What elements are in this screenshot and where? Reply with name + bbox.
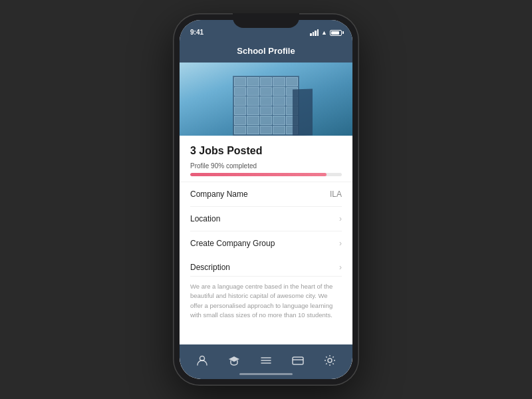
company-name-label: Company Name [190,190,248,199]
phone-screen: 9:41 ▲ School Profile [180,20,352,379]
svg-rect-5 [293,357,303,364]
building-graphic [219,69,313,136]
signal-icon [310,29,319,36]
menu-icon [260,354,272,370]
battery-icon [330,30,342,36]
status-icons: ▲ [310,29,342,36]
progress-bar [190,173,342,176]
description-text: We are a language centre based in the he… [190,277,342,320]
list-item-location[interactable]: Location › [190,207,342,231]
scroll-area[interactable]: 3 Jobs Posted Profile 90% completed Comp… [180,63,352,344]
settings-nav-item[interactable] [318,350,342,374]
progress-label: Profile 90% completed [190,162,342,170]
person-icon [196,354,208,370]
svg-point-7 [328,358,332,362]
nav-header: School Profile [180,39,352,63]
location-chevron-icon: › [339,214,342,223]
graduation-icon [228,354,240,370]
create-company-group-label: Create Company Group [190,239,275,248]
hero-image [180,63,352,136]
card-icon [292,354,304,370]
home-indicator [239,373,293,375]
list-nav-item[interactable] [254,350,278,374]
description-header[interactable]: Description › [190,255,342,277]
description-section: Description › We are a language centre b… [180,255,352,328]
company-name-value: ILA [330,190,342,199]
list-item-create-company-group[interactable]: Create Company Group › [190,231,342,255]
status-time: 9:41 [190,29,203,36]
location-label: Location [190,214,220,223]
education-nav-item[interactable] [222,350,246,374]
gear-icon [324,354,336,370]
notch [233,13,299,28]
wifi-icon: ▲ [321,29,327,36]
page-title: School Profile [237,46,295,56]
list-section: Company Name ILA Location › Create Compa… [180,182,352,255]
progress-bar-fill [190,173,327,176]
card-nav-item[interactable] [286,350,310,374]
description-chevron-icon: › [339,263,342,272]
description-label: Description [190,263,230,272]
create-company-group-chevron-icon: › [339,239,342,248]
jobs-posted-title: 3 Jobs Posted [190,145,342,157]
phone-frame: 9:41 ▲ School Profile [173,13,359,386]
list-item-company-name[interactable]: Company Name ILA [190,182,342,207]
profile-nav-item[interactable] [190,350,214,374]
jobs-section: 3 Jobs Posted Profile 90% completed [180,136,352,182]
